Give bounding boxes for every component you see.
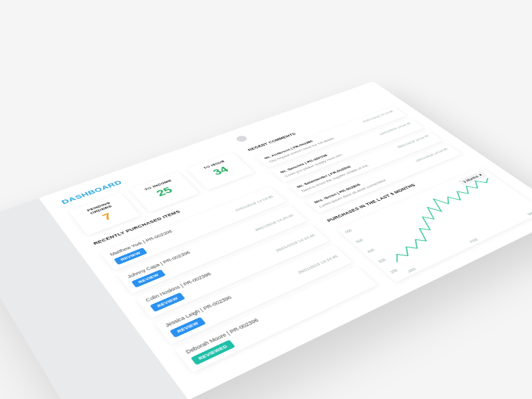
y-tick: 300 — [377, 258, 386, 263]
x-tick: FEB — [469, 237, 479, 243]
y-tick: 600 — [344, 229, 353, 234]
app-window: DASHBOARD PENDING ORDERS 7 TO INCOME 25 … — [0, 81, 532, 399]
y-tick: 500 — [354, 238, 364, 243]
purchase-time: 29/01/2018 14:24:46 — [275, 233, 317, 253]
purchase-time: 29/01/2018 14:24:46 — [234, 195, 274, 212]
avatar[interactable] — [235, 135, 249, 143]
scene: DASHBOARD PENDING ORDERS 7 TO INCOME 25 … — [0, 0, 532, 399]
purchase-time: 29/01/2018 14:24:46 — [253, 213, 295, 232]
stat-value: 34 — [200, 161, 241, 181]
x-tick: JAN — [406, 267, 417, 273]
y-tick: 200 — [389, 269, 398, 275]
y-tick: 400 — [366, 248, 375, 253]
x-tick: MAR — [527, 210, 532, 216]
purchase-time: 29/01/2018 14:24:46 — [297, 254, 339, 275]
